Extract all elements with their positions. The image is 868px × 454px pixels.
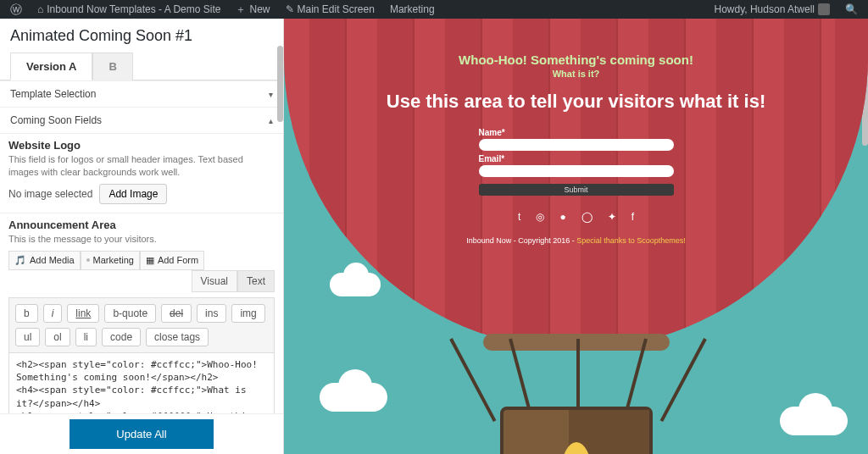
btn-label: Add Media bbox=[30, 255, 75, 265]
search-button[interactable]: 🔍 bbox=[840, 3, 863, 15]
btn-label: Add Form bbox=[158, 255, 198, 265]
qt-bquote[interactable]: b-quote bbox=[104, 304, 156, 323]
accordion-coming-soon-fields[interactable]: Coming Soon Fields ▴ bbox=[0, 107, 283, 133]
qt-label: del bbox=[170, 307, 183, 319]
howdy-user[interactable]: Howdy, Hudson Atwell bbox=[709, 3, 836, 15]
add-media-button[interactable]: 🎵Add Media bbox=[8, 251, 81, 270]
main-edit-button[interactable]: ✎Main Edit Screen bbox=[281, 3, 380, 15]
add-image-button[interactable]: Add Image bbox=[99, 184, 167, 204]
qt-italic[interactable]: i bbox=[43, 304, 63, 323]
accordion-label: Coming Soon Fields bbox=[10, 114, 102, 126]
accordion-label: Template Selection bbox=[10, 88, 96, 100]
balloon-basket bbox=[500, 407, 653, 454]
text-tab[interactable]: Text bbox=[237, 270, 275, 292]
media-icon: 🎵 bbox=[14, 255, 26, 266]
email-input[interactable] bbox=[479, 165, 674, 177]
update-bar: Update All bbox=[0, 413, 283, 454]
hero-line2: What is it? bbox=[284, 69, 868, 79]
qt-del[interactable]: del bbox=[161, 304, 192, 323]
no-image-text: No image selected bbox=[8, 188, 92, 200]
marketing-button[interactable]: Marketing bbox=[81, 251, 140, 270]
qt-label: i bbox=[52, 307, 54, 319]
submit-button[interactable]: Submit bbox=[479, 184, 674, 196]
section-title: Website Logo bbox=[8, 139, 275, 152]
home-icon: ⌂ bbox=[37, 3, 43, 15]
wp-logo[interactable]: ⓦ bbox=[5, 3, 27, 15]
quicktags-toolbar: b i link b-quote del ins img ul ol li co… bbox=[8, 297, 275, 352]
new-button[interactable]: ＋New bbox=[231, 3, 275, 17]
credits-special[interactable]: Special thanks to Scoopthemes! bbox=[576, 236, 686, 245]
section-title: Announcement Area bbox=[8, 219, 275, 231]
add-form-button[interactable]: ▦Add Form bbox=[140, 251, 204, 270]
name-input[interactable] bbox=[479, 139, 674, 151]
qt-ins[interactable]: ins bbox=[197, 304, 226, 323]
signup-form: Name* Email* Submit bbox=[479, 128, 674, 196]
editor-sidebar: Animated Coming Soon #1 Version A B Temp… bbox=[0, 19, 284, 454]
wordpress-icon: ⓦ bbox=[10, 3, 22, 15]
facebook-icon[interactable]: f bbox=[632, 211, 634, 223]
page-title: Animated Coming Soon #1 bbox=[0, 19, 283, 52]
search-icon: 🔍 bbox=[845, 3, 858, 15]
pinterest-icon[interactable]: ● bbox=[559, 211, 565, 223]
btn-label: Marketing bbox=[93, 255, 134, 265]
name-label: Name* bbox=[479, 128, 674, 137]
cloud-icon bbox=[330, 273, 381, 296]
visual-tab[interactable]: Visual bbox=[192, 270, 237, 292]
preview-pane: Whoo-Hoo! Something's coming soon! What … bbox=[284, 19, 868, 454]
site-title: Inbound Now Templates - A Demo Site bbox=[47, 3, 220, 15]
editor-toolbar: 🎵Add Media Marketing ▦Add Form Visual Te… bbox=[8, 251, 275, 292]
qt-ul[interactable]: ul bbox=[15, 328, 40, 346]
marketing-label: Marketing bbox=[390, 3, 435, 15]
new-label: New bbox=[249, 3, 270, 15]
hero-headline: Use this area to tell your visitors what… bbox=[284, 91, 868, 113]
accordion-template-selection[interactable]: Template Selection ▾ bbox=[0, 80, 283, 107]
update-all-button[interactable]: Update All bbox=[70, 419, 214, 449]
qt-bold[interactable]: b bbox=[15, 304, 38, 323]
qt-li[interactable]: li bbox=[75, 328, 97, 346]
form-icon: ▦ bbox=[146, 255, 154, 266]
dot-icon bbox=[86, 258, 90, 262]
qt-code[interactable]: code bbox=[102, 328, 141, 346]
qt-close[interactable]: close tags bbox=[146, 328, 209, 346]
pencil-icon: ✎ bbox=[286, 3, 294, 15]
caret-up-icon: ▴ bbox=[269, 116, 273, 125]
wp-admin-bar: ⓦ ⌂Inbound Now Templates - A Demo Site ＋… bbox=[0, 0, 868, 19]
tumblr-icon[interactable]: t bbox=[518, 211, 520, 223]
cloud-icon bbox=[780, 407, 848, 435]
tab-version-b[interactable]: B bbox=[92, 53, 132, 80]
caret-down-icon: ▾ bbox=[269, 90, 273, 99]
qt-img[interactable]: img bbox=[231, 304, 264, 323]
section-website-logo: Website Logo This field is for logos or … bbox=[0, 133, 283, 213]
qt-label: link bbox=[75, 307, 91, 319]
avatar bbox=[818, 3, 830, 15]
twitter-icon[interactable]: ✦ bbox=[608, 211, 616, 223]
sidebar-scrollbar[interactable] bbox=[277, 46, 283, 122]
credits: Inbound Now - Copyright 2016 - Special t… bbox=[284, 236, 868, 245]
github-icon[interactable]: ◯ bbox=[581, 211, 593, 223]
hero-line1: Whoo-Hoo! Something's coming soon! bbox=[284, 53, 868, 67]
howdy-text: Howdy, Hudson Atwell bbox=[715, 3, 815, 15]
plus-icon: ＋ bbox=[236, 3, 246, 17]
social-row: t ◎ ● ◯ ✦ f bbox=[284, 211, 868, 223]
instagram-icon[interactable]: ◎ bbox=[536, 211, 544, 223]
site-link[interactable]: ⌂Inbound Now Templates - A Demo Site bbox=[32, 3, 225, 15]
section-desc: This is the message to your visitors. bbox=[8, 233, 275, 246]
main-edit-label: Main Edit Screen bbox=[298, 3, 375, 15]
qt-link[interactable]: link bbox=[67, 304, 99, 323]
marketing-menu[interactable]: Marketing bbox=[385, 3, 440, 15]
section-desc: This field is for logos or small header … bbox=[8, 153, 275, 179]
tab-version-a[interactable]: Version A bbox=[10, 53, 92, 80]
hero-content: Whoo-Hoo! Something's coming soon! What … bbox=[284, 53, 868, 245]
credits-main: Inbound Now - Copyright 2016 - bbox=[466, 236, 576, 245]
ab-tabs: Version A B bbox=[0, 52, 283, 80]
cloud-icon bbox=[320, 383, 387, 412]
qt-ol[interactable]: ol bbox=[45, 328, 70, 346]
email-label: Email* bbox=[479, 154, 674, 163]
